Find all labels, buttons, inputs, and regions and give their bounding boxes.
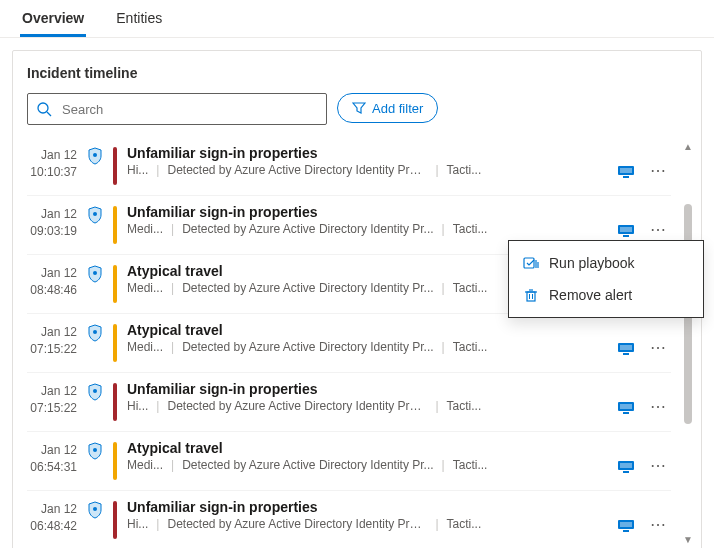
monitor-icon <box>617 519 635 533</box>
timestamp: Jan 12 07:15:22 <box>27 322 77 358</box>
add-filter-button[interactable]: Add filter <box>337 93 438 123</box>
svg-point-22 <box>93 448 97 452</box>
menu-remove-alert[interactable]: Remove alert <box>509 279 703 311</box>
shield-icon <box>87 383 103 401</box>
tactic-text: Tacti... <box>447 517 482 531</box>
svg-rect-28 <box>623 530 629 532</box>
svg-point-14 <box>93 330 97 334</box>
alert-title: Atypical travel <box>127 440 607 456</box>
shield-icon <box>87 147 103 165</box>
search-input[interactable] <box>60 101 318 118</box>
severity-bar <box>113 442 117 480</box>
severity-bar <box>113 383 117 421</box>
svg-rect-30 <box>524 258 534 268</box>
severity-text: Medi... <box>127 281 163 295</box>
alert-title: Unfamiliar sign-in properties <box>127 381 607 397</box>
alert-title: Unfamiliar sign-in properties <box>127 204 607 220</box>
svg-rect-4 <box>623 176 629 178</box>
svg-line-1 <box>47 112 51 116</box>
search-icon <box>36 101 52 117</box>
search-box[interactable] <box>27 93 327 125</box>
timestamp: Jan 12 09:03:19 <box>27 204 77 240</box>
detected-by: Detected by Azure Active Directory Ident… <box>167 163 427 177</box>
panel-title: Incident timeline <box>27 65 695 81</box>
svg-point-18 <box>93 389 97 393</box>
timeline-row[interactable]: Jan 12 07:15:22 Unfamiliar sign-in prope… <box>27 372 671 431</box>
shield-icon <box>87 442 103 460</box>
menu-remove-alert-label: Remove alert <box>549 287 632 303</box>
row-actions-button[interactable]: ⋯ <box>645 218 671 240</box>
svg-rect-33 <box>527 292 535 301</box>
tactic-text: Tacti... <box>453 281 488 295</box>
menu-run-playbook[interactable]: Run playbook <box>509 247 703 279</box>
severity-bar <box>113 147 117 185</box>
severity-text: Medi... <box>127 222 163 236</box>
scrollbar[interactable]: ▲ ▼ <box>681 137 695 548</box>
alert-context-menu: Run playbook Remove alert <box>508 240 704 318</box>
row-actions-button[interactable]: ⋯ <box>645 454 671 476</box>
monitor-icon <box>617 460 635 474</box>
severity-text: Hi... <box>127 163 148 177</box>
severity-text: Medi... <box>127 340 163 354</box>
monitor-icon <box>617 401 635 415</box>
timeline-row[interactable]: Jan 12 06:54:31 Atypical travel Medi... … <box>27 431 671 490</box>
monitor-icon <box>617 342 635 356</box>
tactic-text: Tacti... <box>453 458 488 472</box>
svg-rect-8 <box>623 235 629 237</box>
row-actions-button[interactable]: ⋯ <box>645 395 671 417</box>
tab-entities[interactable]: Entities <box>114 0 164 37</box>
row-actions-button[interactable]: ⋯ <box>645 159 671 181</box>
severity-text: Hi... <box>127 517 148 531</box>
svg-rect-20 <box>623 412 629 414</box>
add-filter-label: Add filter <box>372 101 423 116</box>
severity-bar <box>113 324 117 362</box>
detected-by: Detected by Azure Active Directory Ident… <box>167 517 427 531</box>
tactic-text: Tacti... <box>453 340 488 354</box>
tab-overview[interactable]: Overview <box>20 0 86 37</box>
timestamp: Jan 12 06:48:42 <box>27 499 77 535</box>
svg-point-2 <box>93 153 97 157</box>
severity-text: Medi... <box>127 458 163 472</box>
timeline-list: Jan 12 10:10:37 Unfamiliar sign-in prope… <box>27 137 681 548</box>
shield-icon <box>87 324 103 342</box>
playbook-icon <box>523 255 539 271</box>
svg-rect-24 <box>623 471 629 473</box>
row-actions-button[interactable]: ⋯ <box>645 513 671 535</box>
detected-by: Detected by Azure Active Directory Ident… <box>182 281 433 295</box>
timeline-row[interactable]: Jan 12 07:15:22 Atypical travel Medi... … <box>27 313 671 372</box>
svg-rect-9 <box>620 227 632 232</box>
svg-point-6 <box>93 212 97 216</box>
timestamp: Jan 12 08:48:46 <box>27 263 77 299</box>
scroll-down-icon[interactable]: ▼ <box>681 532 695 547</box>
monitor-icon <box>617 165 635 179</box>
detected-by: Detected by Azure Active Directory Ident… <box>182 340 433 354</box>
alert-title: Atypical travel <box>127 322 607 338</box>
svg-rect-17 <box>620 345 632 350</box>
timeline-row[interactable]: Jan 12 06:48:42 Unfamiliar sign-in prope… <box>27 490 671 548</box>
menu-run-playbook-label: Run playbook <box>549 255 635 271</box>
tactic-text: Tacti... <box>447 399 482 413</box>
timestamp: Jan 12 07:15:22 <box>27 381 77 417</box>
timestamp: Jan 12 10:10:37 <box>27 145 77 181</box>
svg-rect-21 <box>620 404 632 409</box>
severity-bar <box>113 501 117 539</box>
row-actions-button[interactable]: ⋯ <box>645 336 671 358</box>
shield-icon <box>87 501 103 519</box>
svg-rect-16 <box>623 353 629 355</box>
tactic-text: Tacti... <box>453 222 488 236</box>
svg-point-0 <box>38 103 48 113</box>
svg-rect-25 <box>620 463 632 468</box>
severity-bar <box>113 206 117 244</box>
detected-by: Detected by Azure Active Directory Ident… <box>167 399 427 413</box>
tab-bar: Overview Entities <box>0 0 714 38</box>
svg-point-10 <box>93 271 97 275</box>
scroll-up-icon[interactable]: ▲ <box>681 139 695 154</box>
detected-by: Detected by Azure Active Directory Ident… <box>182 458 433 472</box>
alert-title: Unfamiliar sign-in properties <box>127 499 607 515</box>
detected-by: Detected by Azure Active Directory Ident… <box>182 222 433 236</box>
timestamp: Jan 12 06:54:31 <box>27 440 77 476</box>
shield-icon <box>87 265 103 283</box>
shield-icon <box>87 206 103 224</box>
svg-rect-29 <box>620 522 632 527</box>
timeline-row[interactable]: Jan 12 10:10:37 Unfamiliar sign-in prope… <box>27 137 671 195</box>
